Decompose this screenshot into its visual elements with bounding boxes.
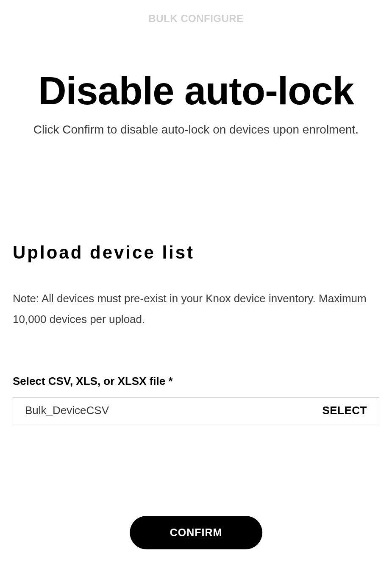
upload-heading: Upload device list — [13, 242, 379, 263]
file-name-display: Bulk_DeviceCSV — [25, 404, 322, 417]
confirm-button[interactable]: CONFIRM — [130, 516, 263, 549]
file-field-label: Select CSV, XLS, or XLSX file * — [13, 375, 379, 388]
upload-note: Note: All devices must pre-exist in your… — [13, 288, 379, 330]
title-section: Disable auto-lock Click Confirm to disab… — [0, 71, 392, 136]
file-input-container[interactable]: Bulk_DeviceCSV SELECT — [13, 397, 379, 424]
page-title: Disable auto-lock — [0, 71, 392, 110]
header-label: BULK CONFIGURE — [0, 0, 392, 25]
page-subtitle: Click Confirm to disable auto-lock on de… — [0, 123, 392, 136]
select-file-button[interactable]: SELECT — [322, 404, 367, 417]
content-section: Upload device list Note: All devices mus… — [0, 242, 392, 424]
